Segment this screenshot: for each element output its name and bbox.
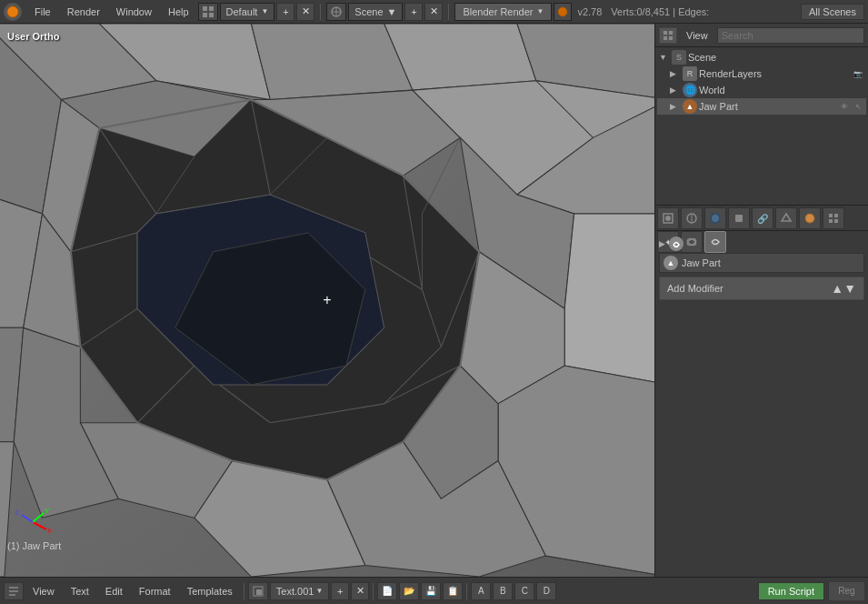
- viewport-label: User Ortho: [7, 31, 59, 42]
- object-info: (1) Jaw Part: [7, 540, 61, 551]
- text-icon-2[interactable]: 📂: [399, 582, 419, 600]
- top-menubar: File Render Window Help Default ▼ + ✕ Sc…: [0, 0, 868, 24]
- svg-rect-83: [669, 31, 673, 35]
- render-engine-btn[interactable]: Blender Render ▼: [454, 3, 552, 21]
- right-panel: View ▼ S Scene ▶ R RenderLayers 📷: [654, 24, 868, 577]
- version-info: v2.78: [577, 6, 602, 17]
- scene-add-btn[interactable]: +: [404, 3, 423, 21]
- text-mode-2[interactable]: B: [493, 582, 513, 600]
- expand-world[interactable]: ▶: [670, 86, 681, 95]
- scene-selector[interactable]: Scene ▼: [348, 3, 403, 21]
- viewport-type-btn[interactable]: [326, 3, 346, 21]
- text-icon-3[interactable]: 💾: [421, 582, 441, 600]
- viewport[interactable]: User Ortho X Y Z (1) Jaw Part + View: [0, 24, 654, 577]
- svg-rect-1: [203, 6, 207, 11]
- text-icon-4[interactable]: 📋: [443, 582, 463, 600]
- all-scenes-btn[interactable]: All Scenes: [801, 4, 864, 20]
- svg-marker-12: [251, 24, 413, 100]
- text-region-btn[interactable]: Reg: [828, 582, 864, 600]
- separator-2: [448, 4, 449, 20]
- svg-rect-3: [203, 13, 207, 17]
- svg-rect-4: [209, 13, 214, 17]
- prop-material-btn[interactable]: [799, 207, 821, 229]
- text-mode-3[interactable]: C: [514, 582, 534, 600]
- renderlayers-camera[interactable]: 📷: [852, 67, 864, 80]
- text-format-menu[interactable]: Format: [132, 584, 178, 599]
- expand-jawpart[interactable]: ▶: [670, 102, 681, 111]
- menu-render[interactable]: Render: [60, 5, 107, 19]
- add-modifier-btn[interactable]: Add Modifier ▲▼: [659, 277, 864, 300]
- text-sep-2: [373, 583, 374, 599]
- text-sep-3: [466, 583, 467, 599]
- text-sep-1: [244, 583, 244, 599]
- tree-item-jawpart[interactable]: ▶ ▲ Jaw Part 👁 ↖: [657, 98, 866, 115]
- tree-item-scene[interactable]: ▼ S Scene: [657, 49, 866, 65]
- prop-scene-btn[interactable]: [681, 207, 703, 229]
- text-icon-1[interactable]: 📄: [377, 582, 397, 600]
- jawpart-actions: 👁 ↖: [838, 100, 864, 113]
- scene-close-btn[interactable]: ✕: [424, 3, 443, 21]
- jawpart-icon: ▲: [683, 99, 697, 114]
- svg-line-64: [33, 513, 44, 522]
- prop-data-btn[interactable]: [775, 207, 797, 229]
- prop-content: ▶ ▲ Jaw Part Add Modifier ▲▼: [655, 231, 868, 577]
- expand-scene[interactable]: ▼: [659, 53, 670, 62]
- text-editor-bar: View Text Edit Format Templates Text.001…: [0, 577, 868, 604]
- prop-sub-header: ▶: [659, 235, 864, 253]
- text-newfile-btn[interactable]: [248, 582, 268, 600]
- prop-object-btn[interactable]: [728, 207, 750, 229]
- svg-point-0: [7, 6, 18, 17]
- text-templates-menu[interactable]: Templates: [180, 584, 240, 599]
- menu-help[interactable]: Help: [161, 5, 196, 19]
- text-add-btn[interactable]: +: [331, 582, 349, 600]
- prop-texture-btn[interactable]: [823, 207, 844, 229]
- prop-world-btn[interactable]: [704, 207, 726, 229]
- prop-object-name[interactable]: ▲ Jaw Part: [659, 253, 864, 273]
- layout-add-btn[interactable]: +: [276, 3, 294, 21]
- world-icon: 🌐: [683, 83, 697, 97]
- blender-logo[interactable]: [4, 3, 22, 21]
- text-mode-1[interactable]: A: [471, 582, 491, 600]
- run-script-btn[interactable]: Run Script: [758, 582, 824, 600]
- prop-render-btn[interactable]: [657, 207, 679, 229]
- world-label: World: [699, 85, 864, 96]
- text-edit-menu[interactable]: Edit: [98, 584, 130, 599]
- scene-icon: S: [672, 50, 686, 65]
- text-mode-4[interactable]: D: [536, 582, 556, 600]
- prop-constraints-btn[interactable]: 🔗: [752, 207, 773, 229]
- svg-rect-96: [829, 219, 833, 223]
- svg-point-93: [805, 214, 814, 223]
- outliner-view-menu[interactable]: View: [681, 28, 713, 43]
- jawpart-visibility-btn[interactable]: 👁: [838, 100, 851, 113]
- svg-line-66: [22, 515, 33, 522]
- svg-rect-84: [663, 36, 667, 40]
- text-close-btn[interactable]: ✕: [351, 582, 369, 600]
- outliner-content: ▼ S Scene ▶ R RenderLayers 📷 ▶ 🌐: [655, 47, 868, 205]
- layout-dropdown[interactable]: Default ▼: [220, 3, 275, 21]
- menu-file[interactable]: File: [27, 5, 58, 19]
- text-view-menu[interactable]: View: [25, 584, 62, 599]
- expand-renderlayers[interactable]: ▶: [670, 69, 681, 78]
- outliner-search[interactable]: [717, 27, 864, 44]
- renderlayers-label: RenderLayers: [699, 68, 850, 79]
- svg-point-8: [558, 7, 567, 16]
- renderlayers-icon: R: [683, 66, 697, 81]
- text-text-menu[interactable]: Text: [64, 584, 96, 599]
- svg-marker-92: [782, 214, 791, 221]
- prop-icons: 🔗 ✦: [655, 206, 868, 231]
- svg-rect-91: [735, 215, 743, 222]
- menu-window[interactable]: Window: [109, 5, 159, 19]
- window-type-btn[interactable]: [198, 3, 218, 21]
- modifier-arrow-icon: ▲▼: [831, 281, 856, 296]
- render-icon-btn[interactable]: [554, 3, 572, 21]
- text-editor-type-btn[interactable]: [4, 582, 24, 600]
- text-file-selector[interactable]: Text.001 ▼: [270, 582, 330, 600]
- scene-label: Scene: [688, 52, 864, 63]
- layout-close-btn[interactable]: ✕: [296, 3, 314, 21]
- jawpart-select-btn[interactable]: ↖: [852, 100, 864, 113]
- text-mode-btns: A B C D: [471, 582, 556, 600]
- svg-rect-104: [256, 589, 262, 595]
- tree-item-world[interactable]: ▶ 🌐 World: [657, 82, 866, 98]
- tree-item-renderlayers[interactable]: ▶ R RenderLayers 📷: [657, 65, 866, 82]
- outliner-type-btn[interactable]: [659, 27, 677, 44]
